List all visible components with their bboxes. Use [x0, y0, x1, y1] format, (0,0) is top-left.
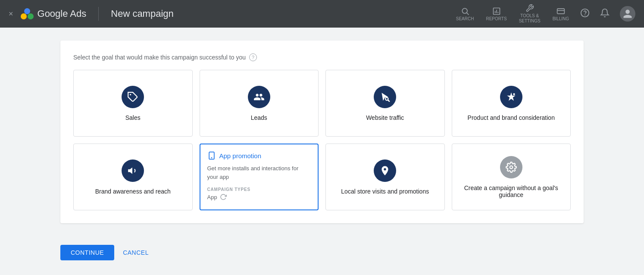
- goal-tile-product-brand[interactable]: Product and brand consideration: [452, 70, 571, 137]
- app-promotion-desc: Get more installs and interactions for y…: [207, 164, 311, 181]
- brand-awareness-label: Brand awareness and reach: [95, 188, 171, 195]
- phone-icon: [207, 151, 216, 160]
- nav-billing-label: BILLING: [553, 16, 569, 21]
- tag-icon: [127, 91, 138, 103]
- pin-icon: [379, 165, 391, 176]
- topbar-divider: [98, 7, 99, 21]
- goal-tile-app-promotion[interactable]: App promotion Get more installs and inte…: [200, 144, 319, 210]
- people-icon: [253, 91, 265, 103]
- goal-tile-website-traffic[interactable]: Website traffic: [325, 70, 445, 137]
- app-name: Google Ads: [38, 8, 87, 19]
- goals-grid: Sales Leads: [73, 70, 571, 210]
- nav-billing[interactable]: BILLING: [548, 5, 573, 23]
- no-goal-label: Create a campaign without a goal's guida…: [459, 184, 564, 198]
- close-button[interactable]: ×: [9, 9, 13, 19]
- brand-awareness-icon-circle: [122, 159, 144, 182]
- leads-label: Leads: [251, 114, 267, 121]
- no-goal-icon-circle: [500, 156, 522, 178]
- svg-line-15: [388, 100, 390, 102]
- svg-point-0: [21, 13, 27, 19]
- cancel-button[interactable]: CANCEL: [123, 249, 149, 256]
- help-icon: [580, 8, 590, 18]
- goal-tile-sales[interactable]: Sales: [73, 70, 193, 137]
- goal-tile-local-store[interactable]: Local store visits and promotions: [325, 144, 445, 210]
- goal-tile-brand-awareness[interactable]: Brand awareness and reach: [73, 144, 193, 210]
- website-traffic-icon-circle: [374, 86, 396, 108]
- goal-tile-leads[interactable]: Leads: [200, 70, 319, 137]
- refresh-icon: [220, 194, 227, 200]
- goal-tile-no-goal[interactable]: Create a campaign without a goal's guida…: [452, 144, 571, 210]
- reports-icon: [492, 7, 501, 16]
- campaign-types-label: CAMPAIGN TYPES: [207, 187, 311, 192]
- svg-marker-17: [128, 167, 132, 174]
- local-store-icon-circle: [374, 159, 396, 182]
- app-promotion-title: App promotion: [219, 152, 262, 159]
- nav-search-label: SEARCH: [456, 16, 474, 21]
- main-content: Select the goal that would make this cam…: [0, 28, 644, 236]
- nav-tools[interactable]: TOOLS &SETTINGS: [515, 2, 545, 25]
- campaign-types-value: App: [207, 194, 217, 200]
- help-button[interactable]: [577, 5, 593, 23]
- product-brand-icon-circle: [500, 86, 522, 108]
- svg-rect-9: [557, 9, 564, 14]
- website-traffic-label: Website traffic: [366, 114, 404, 121]
- bell-icon: [600, 8, 610, 18]
- goal-header: Select the goal that would make this cam…: [73, 53, 571, 61]
- notifications-button[interactable]: [597, 5, 613, 23]
- avatar-icon: [622, 9, 633, 19]
- nav-reports-label: REPORTS: [486, 16, 506, 21]
- sales-label: Sales: [125, 114, 141, 121]
- volume-icon: [127, 165, 138, 176]
- stars-icon: [506, 91, 517, 103]
- nav-reports[interactable]: REPORTS: [481, 5, 511, 23]
- local-store-label: Local store visits and promotions: [341, 188, 429, 195]
- bottom-actions: CONTINUE CANCEL: [0, 236, 644, 269]
- tools-icon: [525, 4, 534, 12]
- svg-point-1: [28, 13, 34, 19]
- leads-icon-circle: [248, 86, 270, 108]
- gear-icon: [506, 162, 517, 173]
- goal-header-text: Select the goal that would make this cam…: [73, 54, 246, 61]
- app-promotion-header: App promotion: [207, 151, 311, 160]
- google-ads-icon: [20, 7, 34, 21]
- topbar: × Google Ads New campaign SEARCH REPORTS: [0, 0, 644, 28]
- sales-icon-circle: [122, 86, 144, 108]
- goal-help-icon[interactable]: ?: [249, 53, 257, 61]
- continue-button[interactable]: CONTINUE: [60, 245, 114, 260]
- campaign-title: New campaign: [111, 8, 174, 19]
- nav-search[interactable]: SEARCH: [452, 5, 478, 23]
- svg-line-4: [466, 12, 469, 15]
- user-avatar[interactable]: [620, 6, 635, 22]
- search-icon: [461, 7, 469, 16]
- topbar-nav: SEARCH REPORTS TOOLS &SETTINGS BILLING: [452, 2, 635, 25]
- cursor-icon: [379, 91, 391, 103]
- product-brand-label: Product and brand consideration: [468, 114, 555, 121]
- campaign-card: Select the goal that would make this cam…: [60, 41, 584, 223]
- svg-point-14: [385, 97, 388, 100]
- svg-point-20: [510, 166, 513, 169]
- svg-point-3: [462, 8, 467, 13]
- campaign-types-row: App: [207, 194, 311, 200]
- svg-point-16: [513, 93, 515, 95]
- google-ads-logo: Google Ads: [20, 7, 87, 21]
- nav-tools-label: TOOLS &SETTINGS: [519, 13, 541, 24]
- billing-icon: [556, 7, 565, 16]
